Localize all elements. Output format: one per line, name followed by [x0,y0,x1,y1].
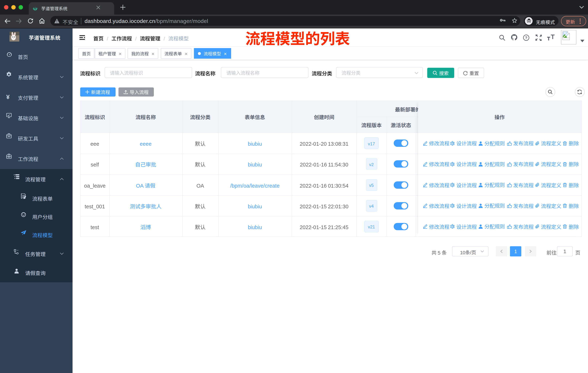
svg-text:?: ? [525,35,527,40]
